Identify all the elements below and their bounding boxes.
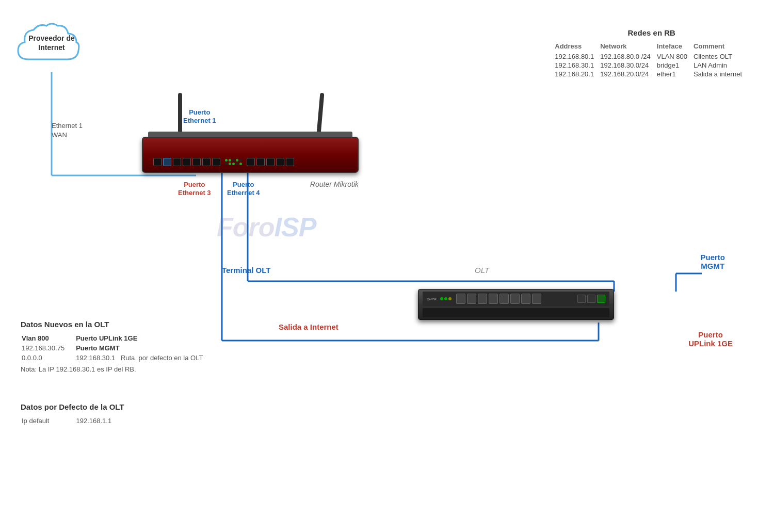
led (239, 163, 242, 165)
rj45-green-port (597, 295, 605, 303)
table-row: 0.0.0.0 192.168.30.1 Ruta por defecto en… (22, 353, 213, 362)
led (236, 163, 238, 165)
router-label: Router Mikrotik (310, 180, 359, 188)
puerto-uplink-label: PuertoUPLink 1GE (688, 330, 733, 348)
sfp-port (510, 294, 520, 304)
puerto-ethernet3-label: PuertoEthernet 3 (178, 181, 211, 197)
olt-led (440, 297, 443, 300)
port-eth2 (183, 158, 191, 166)
sfp-port (521, 294, 530, 304)
connection-lines (0, 0, 774, 532)
led (225, 159, 228, 162)
sfp-port (499, 294, 509, 304)
port-eth9 (276, 158, 284, 166)
port-eth6 (247, 158, 255, 166)
info-table: Redes en RB Address Network Inteface Com… (555, 28, 748, 78)
col-interface: Inteface (657, 41, 694, 52)
olt-led (444, 297, 447, 300)
puerto-mgmt-label: PuertoMGMT (700, 253, 725, 270)
sfp-port (532, 294, 541, 304)
olt-brand: tp-link (427, 297, 437, 301)
router-top-bar (148, 132, 352, 137)
port-eth1 (173, 158, 181, 166)
led (229, 163, 231, 165)
router-mikrotik: Router Mikrotik (142, 137, 359, 173)
olt-led (448, 297, 452, 300)
led (232, 163, 235, 165)
led (239, 159, 242, 162)
sfp-port (478, 294, 487, 304)
col-network: Network (600, 41, 657, 52)
table-row: 192.168.20.1 192.168.20.0/24 ether1 Sali… (555, 70, 748, 78)
led-array (225, 159, 242, 165)
led (232, 159, 235, 162)
table-row: 192.168.30.1 192.168.30.0/24 bridge1 LAN… (555, 61, 748, 70)
antenna-right (317, 93, 325, 134)
datos-defecto-title: Datos por Defecto de la OLT (21, 402, 124, 411)
router-body (142, 137, 359, 173)
ethernet1-wan-label: Ethernet 1 WAN (52, 121, 83, 140)
sfp-port (467, 294, 476, 304)
table-row: 192.168.80.1 192.168.80.0 /24 VLAN 800 C… (555, 52, 748, 61)
port-group-2 (247, 158, 294, 166)
port-usb (153, 158, 162, 166)
olt-device: tp-link (418, 289, 614, 320)
watermark: ForoISP (217, 212, 316, 243)
port-eth7 (256, 158, 265, 166)
table-row: 192.168.30.75 Puerto MGMT (22, 344, 213, 352)
col-address: Address (555, 41, 600, 52)
rj45-port (577, 295, 586, 303)
cloud-label: Proveedor de Internet (15, 34, 88, 52)
led (229, 159, 231, 162)
sfp-port (456, 294, 465, 304)
cloud-shape: Proveedor de Internet (15, 21, 88, 72)
port-eth3 (192, 158, 201, 166)
olt-text-label: OLT (475, 266, 489, 275)
rj45-port (587, 295, 595, 303)
table-row: Vlan 800 Puerto UPLink 1GE (22, 334, 213, 343)
port-eth8 (266, 158, 275, 166)
sfp-port (489, 294, 498, 304)
table-row: Ip default 192.168.1.1 (22, 416, 122, 425)
olt-bottom-bar (423, 308, 609, 317)
puerto-ethernet4-label: PuertoEthernet 4 (227, 181, 260, 197)
antenna-left (178, 93, 182, 134)
port-sfp (163, 158, 171, 166)
led (236, 159, 238, 162)
led (225, 163, 228, 165)
datos-defecto-section: Datos por Defecto de la OLT Ip default 1… (21, 402, 124, 426)
port-eth5 (212, 158, 220, 166)
info-table-title: Redes en RB (555, 28, 748, 37)
col-comment: Comment (694, 41, 748, 52)
puerto-ethernet1-label: PuertoEthernet 1 (183, 108, 216, 124)
salida-internet-label: Salida a Internet (279, 323, 338, 331)
router-ports (153, 156, 347, 168)
port-group-1 (173, 158, 220, 166)
datos-nuevos-title: Datos Nuevos en la OLT (21, 320, 214, 329)
port-eth10 (286, 158, 294, 166)
terminal-olt-label: Terminal OLT (222, 266, 270, 275)
port-eth4 (202, 158, 211, 166)
nota-text: Nota: La IP 192.168.30.1 es IP del RB. (21, 365, 214, 373)
datos-nuevos-section: Datos Nuevos en la OLT Vlan 800 Puerto U… (21, 320, 214, 373)
olt-body: tp-link (418, 289, 614, 320)
